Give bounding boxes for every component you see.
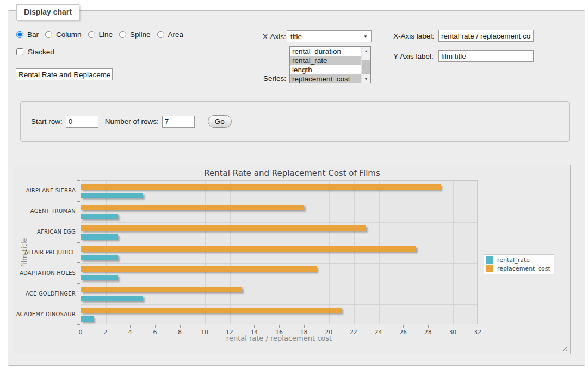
x-tick-mark <box>230 325 230 328</box>
x-tick-label: 30 <box>449 329 456 336</box>
chart-type-radio-area[interactable] <box>157 31 164 38</box>
x-tick-mark <box>205 325 205 328</box>
gridline-horizontal <box>81 243 477 243</box>
chart-type-radio-column[interactable] <box>45 31 52 38</box>
x-tick-mark <box>403 325 404 328</box>
x-tick-label: 28 <box>424 329 432 336</box>
start-row-label: Start row: <box>31 117 63 126</box>
chart-type-radio-line[interactable] <box>88 31 95 38</box>
x-axis-select[interactable]: title ▼ <box>287 30 372 42</box>
chart-type-label-area[interactable]: Area <box>168 30 184 39</box>
x-tick-mark <box>304 325 305 328</box>
chart-title-input[interactable] <box>16 68 113 80</box>
y-tick-mark <box>77 180 80 181</box>
scroll-down-icon[interactable]: ▼ <box>362 75 370 83</box>
listbox-scrollbar[interactable]: ▲ ▼ <box>361 47 370 83</box>
chart-type-radio-spline[interactable] <box>119 31 126 38</box>
y-tick-mark <box>77 222 80 222</box>
series-option-length[interactable]: length <box>290 65 361 74</box>
category-label: AFFAIR PREJUDICE <box>14 242 76 263</box>
category-label: ACE GOLDFINGER <box>14 283 76 304</box>
chart-title: Rental Rate and Replacement Cost of Film… <box>14 168 570 178</box>
legend-label: rental_rate <box>497 256 530 264</box>
legend-item: rental_rate <box>486 256 550 264</box>
x-tick-label: 32 <box>474 329 481 336</box>
bar-rental_rate <box>81 214 118 219</box>
start-row-input[interactable] <box>66 116 98 128</box>
x-tick-label: 14 <box>250 329 258 336</box>
stacked-label[interactable]: Stacked <box>28 48 54 56</box>
gridline-vertical <box>329 181 330 324</box>
x-tick-label: 0 <box>79 329 83 336</box>
bar-rental_rate <box>81 255 118 260</box>
x-tick-mark <box>130 325 131 328</box>
scrollbar-thumb[interactable] <box>362 60 370 74</box>
bar-replacement_cost <box>81 225 366 231</box>
x-axis-label-caption: X-Axis label: <box>393 32 434 40</box>
category-label: ACADEMY DINOSAUR <box>14 304 76 324</box>
gridline-horizontal <box>81 222 477 223</box>
x-tick-mark <box>329 325 329 328</box>
bar-rental_rate <box>81 316 94 322</box>
y-tick-mark <box>77 304 80 304</box>
chart-type-label-line[interactable]: Line <box>99 30 113 39</box>
x-axis-label-input[interactable] <box>438 30 534 42</box>
series-option-replacement_cost[interactable]: replacement_cost <box>290 74 361 83</box>
x-tick-mark <box>155 325 156 328</box>
x-axis-selected-value: title <box>290 33 363 41</box>
y-tick-mark <box>77 283 80 284</box>
bar-replacement_cost <box>81 184 441 190</box>
stacked-checkbox[interactable] <box>16 48 23 55</box>
x-tick-label: 8 <box>178 329 182 336</box>
x-tick-mark <box>354 325 354 328</box>
y-tick-mark <box>77 324 80 325</box>
y-tick-mark <box>77 262 80 263</box>
x-tick-mark <box>106 325 106 328</box>
bar-replacement_cost <box>81 308 342 313</box>
series-option-rental_duration[interactable]: rental_duration <box>290 47 361 56</box>
scroll-up-icon[interactable]: ▲ <box>362 47 370 54</box>
gridline-horizontal <box>81 263 477 264</box>
gridline-vertical <box>453 181 454 324</box>
bar-rental_rate <box>81 275 118 280</box>
bar-replacement_cost <box>81 287 242 292</box>
category-label: AIRPLANE SIERRA <box>14 180 76 201</box>
gridline-vertical <box>379 181 380 324</box>
bar-rental_rate <box>81 193 143 198</box>
go-button[interactable]: Go <box>208 115 232 128</box>
gridline-vertical <box>255 181 255 324</box>
chart-type-label-spline[interactable]: Spline <box>130 30 151 39</box>
gridline-vertical <box>429 181 429 324</box>
row-range-panel: Start row: Number of rows: Go <box>20 101 570 142</box>
gridline-vertical <box>205 181 206 324</box>
resize-handle-icon[interactable] <box>561 344 567 351</box>
x-tick-label: 4 <box>128 329 132 336</box>
x-tick-label: 2 <box>103 329 107 336</box>
series-option-rental_rate[interactable]: rental_rate <box>290 56 361 65</box>
gridline-vertical <box>156 181 156 324</box>
series-listbox[interactable]: rental_durationrental_ratelengthreplacem… <box>289 46 371 83</box>
chart-type-label-bar[interactable]: Bar <box>27 30 39 39</box>
gridline-vertical <box>404 181 404 324</box>
y-axis-label-caption: Y-Axis label: <box>393 52 434 60</box>
category-label: AGENT TRUMAN <box>14 201 76 222</box>
gridline-vertical <box>106 181 107 324</box>
x-tick-mark <box>453 325 453 328</box>
y-tick-mark <box>77 242 80 243</box>
num-rows-input[interactable] <box>162 116 195 128</box>
x-tick-label: 12 <box>226 329 233 336</box>
chart-legend: rental_ratereplacement_cost <box>484 254 554 274</box>
y-axis-label-input[interactable] <box>438 50 534 62</box>
gridline-vertical <box>354 181 355 324</box>
chart-type-label-column[interactable]: Column <box>56 30 82 39</box>
panel-title: Display chart <box>16 4 79 20</box>
plot-area <box>81 180 478 324</box>
chart-type-radio-bar[interactable] <box>16 31 23 38</box>
gridline-vertical <box>305 181 305 324</box>
x-tick-label: 20 <box>325 329 332 336</box>
bar-replacement_cost <box>81 205 304 210</box>
legend-label: replacement_cost <box>497 265 550 272</box>
gridline-vertical <box>280 181 280 324</box>
gridline-horizontal <box>81 284 477 284</box>
y-tick-mark <box>77 201 80 202</box>
